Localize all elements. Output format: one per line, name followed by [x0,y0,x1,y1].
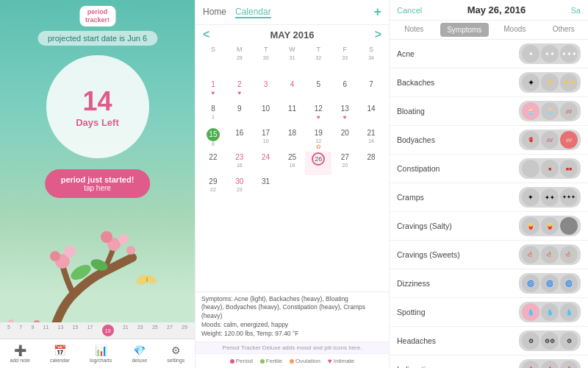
svg-point-4 [118,234,129,244]
log-charts-btn[interactable]: 📊 log/charts [90,344,112,363]
cal-day[interactable]: 1912✿ [305,127,331,151]
cal-day[interactable] [358,176,384,199]
spotting-3[interactable]: 💧 [560,303,578,321]
tab-others[interactable]: Others [539,21,589,39]
tab-symptoms[interactable]: Symptoms [440,23,490,37]
cal-day[interactable]: 1♥ [200,79,226,102]
indigestion-1[interactable]: 🔥 [522,361,539,368]
bodyaches-level-2[interactable]: //// [541,131,559,149]
cal-day-selected[interactable]: 26 [305,152,331,175]
cal-day[interactable]: 3023 [226,176,253,199]
acne-level-3[interactable]: ✦✦✦ [560,45,578,63]
spotting-1[interactable]: 💧 [522,303,539,321]
calendar-btn[interactable]: 📅 calendar [50,344,70,363]
backaches-level-3[interactable]: ⚡⚡ [560,74,578,91]
cravings-sweets-1[interactable]: 🍭 [522,246,539,263]
cal-day[interactable]: 24 [253,152,279,175]
constipation-level-1[interactable] [522,160,539,177]
dizziness-3[interactable]: 🌀 [560,275,578,292]
bodyaches-level-3[interactable]: //// [560,131,578,149]
indigestion-3[interactable]: 🔥 [560,361,578,368]
cal-day[interactable]: 30 [253,54,279,78]
settings-btn[interactable]: ⚙ settings [167,344,184,363]
symptom-row-constipation: Constipation ■ ■■ [390,155,588,183]
cramps-level-2[interactable]: ✦✦ [541,188,559,206]
next-month-btn[interactable]: > [375,28,381,41]
cal-day[interactable]: 2316 [226,152,253,175]
cravings-salty-3[interactable] [560,217,578,235]
period-start-button[interactable]: period just started! tap here [45,169,151,198]
cal-day[interactable]: 6 [331,79,358,102]
cal-day[interactable]: 11 [279,103,306,127]
tab-notes[interactable]: Notes [390,21,439,39]
cal-day[interactable]: 33 [331,54,358,78]
cal-day[interactable]: 31 [253,176,279,199]
cramps-level-1[interactable]: ✦ [522,188,539,206]
bloating-level-3[interactable]: //// [560,102,578,120]
calendar-header: Home Calendar + [196,0,389,25]
dizziness-1[interactable]: 🌀 [522,275,539,292]
cal-day[interactable]: 32 [305,54,331,78]
constipation-level-2[interactable]: ■ [541,160,559,177]
headaches-3[interactable]: ⚙ [560,332,578,350]
cal-day[interactable]: 10 [253,103,279,127]
add-note-btn[interactable]: ➕ add note [10,344,30,363]
cal-day[interactable]: 5 [305,79,331,102]
bloating-level-2[interactable]: 🧁 [541,102,559,120]
cal-day[interactable]: 2♥ [226,79,253,102]
cal-day[interactable]: 7 [358,79,384,102]
spotting-2[interactable]: 💧 [541,303,559,321]
cravings-salty-2[interactable]: 🍟 [541,217,559,235]
cravings-salty-1[interactable]: 🍟 [522,217,539,235]
dizziness-2[interactable]: 🌀 [541,275,559,292]
cal-day[interactable]: 3 [253,79,279,102]
cal-day[interactable]: 81 [200,103,226,127]
prev-month-btn[interactable]: < [203,28,209,41]
acne-level-1[interactable]: ✦ [522,45,539,63]
constipation-level-3[interactable]: ■■ [560,160,578,177]
cal-day[interactable]: 2518 [279,152,306,175]
cal-day[interactable] [331,176,358,199]
cal-day[interactable]: 28 [358,152,384,175]
cramps-level-3[interactable]: ✦✦✦ [560,188,578,206]
add-event-btn[interactable]: + [373,4,381,20]
cal-day[interactable]: 2114 [358,127,384,151]
cal-day[interactable]: 2720 [331,152,358,175]
cal-day[interactable]: 13♥ [331,103,358,127]
cal-day[interactable]: 4 [279,79,306,102]
cal-day[interactable]: 29 [226,54,253,78]
cal-day[interactable]: 34 [358,54,384,78]
headaches-1[interactable]: ⚙ [522,332,539,350]
indigestion-2[interactable]: 🔥 [541,361,559,368]
cravings-sweets-2[interactable]: 🍭 [541,246,559,263]
backaches-level-2[interactable]: ⚡ [541,74,559,91]
backaches-level-1[interactable]: ✦ [522,74,539,91]
cal-day[interactable] [200,54,226,78]
symptoms-header: Cancel May 26, 2016 Sa [390,0,588,21]
cal-day[interactable]: 22 [200,152,226,175]
symptom-row-dizziness: Dizziness 🌀 🌀 🌀 [390,269,588,298]
cal-day[interactable]: 1710 [253,127,279,151]
cal-day[interactable]: 31 [279,54,306,78]
headaches-2[interactable]: ⚙⚙ [541,332,559,350]
cravings-sweets-3[interactable]: 🍭 [560,246,578,263]
tab-home[interactable]: Home [203,7,226,18]
tab-moods[interactable]: Moods [490,21,539,39]
cal-day[interactable]: 16 [226,127,253,151]
acne-level-2[interactable]: ✦✦ [541,45,559,63]
cal-day[interactable] [305,176,331,199]
cancel-button[interactable]: Cancel [397,6,422,15]
bloating-level-1[interactable]: 🧁 [522,102,539,120]
cal-day[interactable] [279,176,306,199]
save-button[interactable]: Sa [571,6,581,15]
cal-day-today[interactable]: 15 8 [200,127,226,151]
cal-day[interactable]: 20 [331,127,358,151]
cal-day[interactable]: 14 [358,103,384,127]
bodyaches-level-1[interactable]: 🫀 [522,131,539,149]
cal-day[interactable]: 9 [226,103,253,127]
cal-day[interactable]: 12♥ [305,103,331,127]
deluxe-btn[interactable]: 💎 deluxe [132,344,147,363]
cal-day[interactable]: 2922 [200,176,226,199]
cal-day[interactable]: 18 [279,127,306,151]
tab-calendar[interactable]: Calendar [235,7,271,18]
